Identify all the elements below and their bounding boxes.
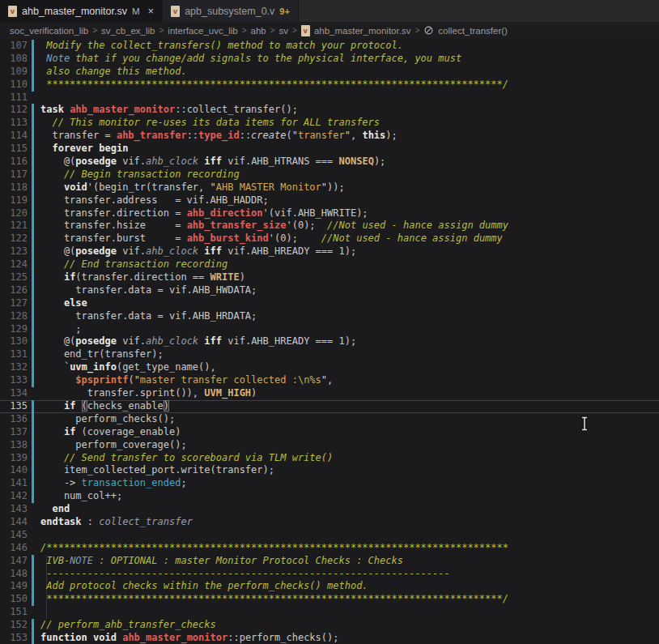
- breadcrumb-item[interactable]: sv: [279, 26, 289, 36]
- verilog-icon-letter: v: [173, 7, 177, 15]
- code-line[interactable]: 132 `uvm_info(get_type_name(),: [0, 361, 659, 374]
- code-line[interactable]: 129 ;: [0, 323, 659, 336]
- code-line[interactable]: 125 if(transfer.direction == WRITE): [0, 271, 659, 284]
- code-text: Modify the collect_transfers() method to…: [40, 40, 403, 51]
- code-line[interactable]: 114 transfer = ahb_transfer::type_id::cr…: [0, 130, 659, 143]
- code-line[interactable]: 151: [0, 606, 659, 619]
- code-line[interactable]: 115 forever begin: [0, 143, 659, 156]
- code-line[interactable]: 123 @(posedge vif.ahb_clock iff vif.AHB_…: [0, 245, 659, 258]
- code-line[interactable]: 147 IVB-NOTE : OPTIONAL : master Monitor…: [0, 555, 659, 568]
- code-line[interactable]: 141 -> transaction_ended;: [0, 477, 659, 490]
- code-text: perform_checks();: [40, 413, 175, 424]
- line-number: 122: [0, 232, 28, 244]
- code-line[interactable]: 136 perform_checks();: [0, 413, 659, 426]
- code-line[interactable]: 134 transfer.sprint()), UVM_HIGH): [0, 387, 659, 400]
- code-line[interactable]: 126 transfer.data = vif.AHB_HWDATA;: [0, 284, 659, 297]
- code-line[interactable]: 137 if (coverage_enable): [0, 426, 659, 439]
- code-line[interactable]: 118 void'(begin_tr(transfer, "AHB MASTER…: [0, 181, 659, 194]
- code-line[interactable]: 152// perform_ahb_transfer_checks: [0, 619, 659, 632]
- breadcrumb-item[interactable]: sv_cb_ex_lib: [101, 26, 155, 36]
- code-text: transfer.direction = ahb_direction'(vif.…: [40, 207, 368, 219]
- breadcrumb-item-symbol[interactable]: collect_transfer(): [438, 26, 508, 36]
- code-line[interactable]: 107 Modify the collect_transfers() metho…: [0, 40, 659, 53]
- line-number: 108: [0, 53, 28, 64]
- code-line[interactable]: 138 perform_coverage();: [0, 439, 659, 452]
- code-line[interactable]: 111: [0, 92, 659, 104]
- code-line[interactable]: 150 ************************************…: [0, 593, 659, 606]
- breadcrumb-item[interactable]: interface_uvc_lib: [168, 26, 237, 36]
- code-line[interactable]: 131 end_tr(transfer);: [0, 348, 659, 361]
- code-line[interactable]: 121 transfer.hsize = ahb_transfer_size'(…: [0, 220, 659, 232]
- line-number: 146: [0, 542, 28, 553]
- code-line[interactable]: 112task ahb_master_monitor::collect_tran…: [0, 104, 659, 117]
- code-text: Note that if you change/add signals to t…: [40, 53, 461, 64]
- code-line[interactable]: 145: [0, 529, 659, 542]
- tab-ahb-master-monitor[interactable]: v ahb_master_monitor.sv M ×: [0, 0, 163, 22]
- tab-apb-subsystem[interactable]: v apb_subsystem_0.v 9+: [163, 0, 299, 22]
- code-line[interactable]: 142 num_col++;: [0, 490, 659, 503]
- code-line[interactable]: 117 // Begin transaction recording: [0, 168, 659, 181]
- code-text: forever begin: [40, 143, 128, 154]
- code-text: function void ahb_master_monitor::perfor…: [40, 632, 339, 643]
- code-line[interactable]: 133 $psprintf("master transfer collected…: [0, 374, 659, 387]
- line-number: 114: [0, 130, 28, 141]
- code-line[interactable]: 135 if (checks_enable): [0, 400, 659, 413]
- code-text: // perform_ahb_transfer_checks: [40, 619, 216, 630]
- code-line[interactable]: 110 ************************************…: [0, 79, 659, 92]
- code-text: if (checks_enable): [40, 400, 169, 412]
- code-text: ----------------------------------------…: [40, 568, 450, 579]
- code-line[interactable]: 116 @(posedge vif.ahb_clock iff vif.AHB_…: [0, 156, 659, 168]
- code-line[interactable]: 113 // This monitor re-uses its data ite…: [0, 117, 659, 130]
- code-line[interactable]: 148 ------------------------------------…: [0, 568, 659, 581]
- code-line[interactable]: 124 // End transaction recording: [0, 258, 659, 271]
- modified-gutter-bar: [32, 181, 34, 194]
- code-line[interactable]: 130 @(posedge vif.ahb_clock iff vif.AHB_…: [0, 335, 659, 348]
- line-number: 109: [0, 66, 28, 77]
- breadcrumb-item[interactable]: ahb: [251, 26, 266, 36]
- code-line[interactable]: 146/************************************…: [0, 542, 659, 555]
- code-text: if (coverage_enable): [40, 426, 181, 437]
- code-text: transfer.hsize = ahb_transfer_size'(0); …: [40, 220, 508, 231]
- problems-badge: 9+: [279, 6, 290, 16]
- code-line[interactable]: 120 transfer.direction = ahb_direction'(…: [0, 207, 659, 220]
- modified-gutter-bar: [32, 40, 34, 53]
- code-line[interactable]: 139 // Send transfer to scoreboard via T…: [0, 452, 659, 465]
- modified-gutter-bar: [32, 323, 34, 336]
- code-line[interactable]: 109 also change this method.: [0, 66, 659, 79]
- code-text: end: [40, 503, 70, 514]
- code-line[interactable]: 149 Add protocol checks within the perfo…: [0, 580, 659, 593]
- code-line[interactable]: 119 transfer.address = vif.AHB_HADDR;: [0, 194, 659, 207]
- breadcrumb-separator: >: [92, 26, 97, 35]
- breadcrumb-separator: >: [159, 26, 164, 35]
- mouse-ibeam-cursor: [580, 416, 589, 434]
- modified-gutter-bar: [32, 593, 34, 606]
- code-line[interactable]: 144endtask : collect_transfer: [0, 516, 659, 529]
- modified-gutter-bar: [32, 580, 34, 593]
- code-line[interactable]: 143 end: [0, 503, 659, 516]
- line-number: 135: [0, 400, 28, 412]
- line-number: 127: [0, 297, 28, 309]
- line-number: 140: [0, 464, 28, 476]
- modified-gutter-bar: [32, 207, 34, 220]
- code-text: transfer.data = vif.AHB_HWDATA;: [40, 284, 257, 296]
- line-number: 143: [0, 503, 28, 514]
- breadcrumb: soc_verification_lib > sv_cb_ex_lib > in…: [0, 22, 659, 39]
- code-editor[interactable]: 107 Modify the collect_transfers() metho…: [0, 39, 659, 644]
- breadcrumb-item[interactable]: soc_verification_lib: [10, 26, 88, 36]
- code-text: transfer.sprint()), UVM_HIGH): [40, 387, 257, 399]
- line-number: 153: [0, 632, 28, 643]
- code-line[interactable]: 122 transfer.burst = ahb_burst_kind'(0);…: [0, 232, 659, 245]
- code-text: ****************************************…: [40, 79, 508, 90]
- code-line[interactable]: 108 Note that if you change/add signals …: [0, 53, 659, 66]
- modified-badge: M: [132, 6, 140, 16]
- code-line[interactable]: 140 item_collected_port.write(transfer);: [0, 464, 659, 477]
- code-line[interactable]: 128 transfer.data = vif.AHB_HRDATA;: [0, 310, 659, 323]
- code-line[interactable]: 127 else: [0, 297, 659, 310]
- line-number: 130: [0, 335, 28, 347]
- breadcrumb-separator: >: [292, 26, 297, 35]
- breadcrumb-item-file[interactable]: ahb_master_monitor.sv: [314, 26, 411, 36]
- tab-label: ahb_master_monitor.sv: [22, 6, 127, 17]
- code-line[interactable]: 153function void ahb_master_monitor::per…: [0, 632, 659, 644]
- close-icon[interactable]: ×: [148, 5, 155, 17]
- code-area[interactable]: 107 Modify the collect_transfers() metho…: [0, 40, 659, 644]
